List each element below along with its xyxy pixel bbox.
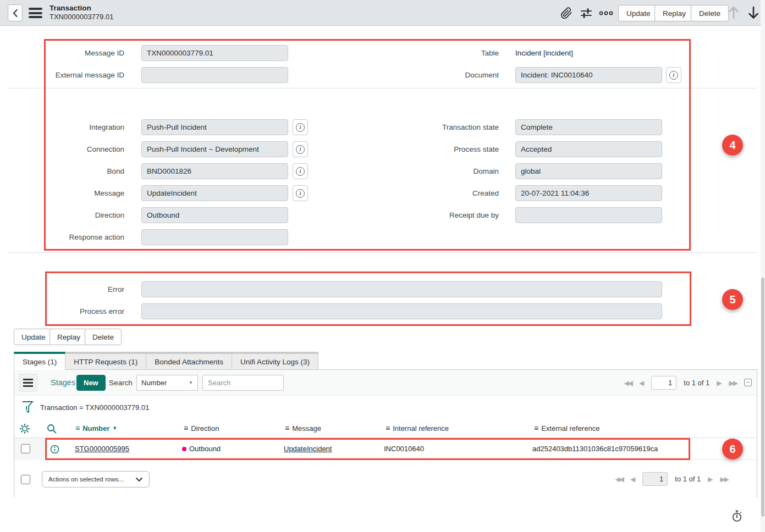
stage-table-row[interactable]: STG0000005995 Outbound UpdateIncident IN… (14, 438, 757, 460)
last-page-button[interactable]: ▶▶ (720, 475, 728, 483)
receipt-due-by-field[interactable] (515, 207, 662, 223)
response-action-field[interactable] (141, 229, 288, 245)
process-state-field[interactable] (515, 141, 662, 157)
previous-page-button[interactable]: ◀ (639, 379, 644, 387)
created-field[interactable] (515, 185, 662, 201)
first-page-button[interactable]: ◀◀ (615, 475, 623, 483)
filter-breadcrumb[interactable]: Transaction = TXN0000003779.01 (40, 403, 149, 412)
actions-on-selected-rows-select[interactable]: Actions on selected rows... (42, 471, 150, 487)
search-column-select[interactable]: Number ▼ (136, 375, 198, 391)
direction-field[interactable] (141, 207, 288, 223)
arrow-up-icon (728, 5, 740, 20)
column-header-number[interactable]: ≡ Number ▼ (75, 424, 117, 433)
more-options-button[interactable] (598, 5, 614, 21)
column-menu-icon: ≡ (285, 424, 289, 433)
paperclip-icon (560, 7, 573, 20)
direction-status-dot (182, 447, 186, 451)
previous-page-button[interactable]: ◀ (630, 475, 635, 483)
stages-list-container: Stages New Search Number ▼ ◀◀ ◀ to 1 of … (14, 369, 757, 497)
select-all-checkbox[interactable] (21, 475, 30, 484)
column-header-label: Number (82, 424, 109, 433)
row-info-icon[interactable] (50, 445, 59, 454)
chevron-down-icon: ▼ (189, 380, 193, 385)
connection-info-button[interactable]: i (293, 141, 308, 157)
integration-info-button[interactable]: i (293, 119, 308, 135)
update-button[interactable]: Update (618, 5, 659, 21)
column-header-internal-reference[interactable]: ≡ Internal reference (386, 424, 449, 433)
tab-bonded-attachments[interactable]: Bonded Attachments (146, 352, 232, 370)
document-info-button[interactable]: i (666, 67, 681, 83)
tab-unifi-activity-logs[interactable]: Unifi Activity Logs (3) (232, 352, 318, 370)
attachment-button[interactable] (559, 5, 574, 21)
transaction-state-field[interactable] (515, 119, 662, 135)
next-page-button[interactable]: ▶ (708, 475, 713, 483)
bond-field[interactable] (141, 163, 288, 179)
chevron-left-icon (13, 9, 18, 18)
row-checkbox[interactable] (21, 444, 30, 453)
stage-external-reference-value: ad252403db11301036c81c97059619ca (532, 445, 658, 453)
info-icon: i (296, 167, 305, 176)
integration-field[interactable] (141, 119, 288, 135)
new-stage-button[interactable]: New (76, 375, 106, 391)
message-id-field[interactable] (141, 45, 288, 61)
column-header-external-reference[interactable]: ≡ External reference (534, 424, 599, 433)
connection-field[interactable] (141, 141, 288, 157)
replay-button[interactable]: Replay (654, 5, 694, 21)
tab-http-requests[interactable]: HTTP Requests (1) (65, 352, 146, 370)
list-title: Stages (51, 378, 75, 387)
bond-info-button[interactable]: i (293, 163, 308, 179)
vertical-scrollbar-track[interactable] (761, 0, 765, 532)
replay-button-bottom[interactable]: Replay (49, 329, 88, 345)
first-page-button[interactable]: ◀◀ (624, 379, 632, 387)
column-menu-icon: ≡ (184, 424, 188, 433)
list-context-menu-icon[interactable] (19, 374, 37, 392)
stage-message-link[interactable]: UpdateIncident (284, 445, 332, 453)
tab-stages[interactable]: Stages (1) (14, 352, 65, 370)
callout-number-5: 5 (722, 289, 743, 310)
collapse-list-button[interactable]: − (744, 379, 752, 386)
column-menu-icon: ≡ (75, 424, 80, 433)
external-message-id-field[interactable] (141, 67, 288, 83)
column-header-message[interactable]: ≡ Message (285, 424, 321, 433)
column-search-icon[interactable] (46, 423, 57, 434)
error-field[interactable] (141, 281, 662, 297)
stopwatch-icon[interactable] (731, 510, 742, 523)
filter-funnel-icon[interactable] (21, 400, 34, 414)
page-number-input[interactable] (642, 472, 668, 486)
response-action-label: Response action (0, 233, 124, 241)
list-pagination-bottom: ◀◀ ◀ to 1 of 1 ▶ ▶▶ (615, 472, 728, 486)
connection-label: Connection (0, 145, 124, 153)
pagination-range: to 1 of 1 (675, 475, 701, 483)
info-icon: i (296, 145, 305, 154)
column-header-label: Direction (191, 424, 219, 433)
sliders-icon (580, 7, 593, 20)
scroll-down-button[interactable] (746, 5, 761, 20)
delete-button[interactable]: Delete (691, 5, 729, 21)
document-field[interactable] (515, 67, 662, 83)
context-menu-icon[interactable] (29, 8, 42, 18)
gear-icon[interactable] (19, 423, 30, 434)
page-title: Transaction TXN0000003779.01 (49, 4, 113, 21)
list-search-input[interactable] (202, 375, 284, 391)
search-column-value: Number (141, 379, 167, 387)
record-type-title: Transaction (49, 4, 113, 13)
update-button-bottom[interactable]: Update (14, 329, 53, 345)
column-header-row: ≡ Number ▼ ≡ Direction ≡ Message ≡ Inter… (14, 419, 757, 438)
stage-number-link[interactable]: STG0000005995 (75, 445, 129, 453)
list-pagination-top: ◀◀ ◀ to 1 of 1 ▶ ▶▶ (624, 376, 737, 390)
domain-field[interactable] (515, 163, 662, 179)
process-error-field[interactable] (141, 303, 662, 319)
more-options-icon (599, 10, 613, 16)
delete-button-bottom[interactable]: Delete (85, 329, 122, 345)
column-header-direction[interactable]: ≡ Direction (184, 424, 219, 433)
next-page-button[interactable]: ▶ (717, 379, 722, 387)
back-button[interactable] (8, 4, 23, 21)
message-info-button[interactable]: i (293, 185, 308, 201)
personalize-form-button[interactable] (579, 5, 594, 21)
vertical-scrollbar-thumb[interactable] (761, 278, 764, 517)
scroll-up-button[interactable] (726, 5, 741, 20)
message-field[interactable] (141, 185, 288, 201)
arrow-down-icon (747, 5, 760, 20)
last-page-button[interactable]: ▶▶ (729, 379, 737, 387)
page-number-input[interactable] (651, 376, 676, 390)
